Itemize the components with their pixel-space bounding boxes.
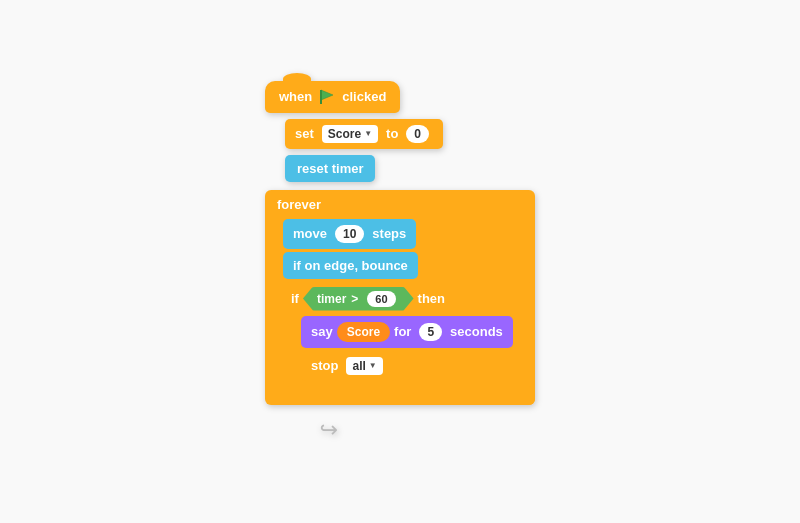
move-label: move xyxy=(293,226,327,241)
operator-label: > xyxy=(351,292,358,306)
clicked-label: clicked xyxy=(342,89,386,104)
reset-timer-block[interactable]: reset timer xyxy=(285,155,375,182)
steps-input[interactable]: 10 xyxy=(335,225,364,243)
set-label: set xyxy=(295,126,314,141)
for-label: for xyxy=(394,324,411,339)
timer-condition[interactable]: timer > 60 xyxy=(303,287,414,311)
steps-label: steps xyxy=(372,226,406,241)
score-badge: Score xyxy=(337,322,390,342)
reset-timer-label: reset timer xyxy=(297,161,363,176)
set-score-block[interactable]: set Score ▼ to 0 xyxy=(285,119,443,149)
stop-dropdown[interactable]: all ▼ xyxy=(346,357,382,375)
when-flag-block[interactable]: when clicked xyxy=(265,81,400,113)
timer-value[interactable]: 60 xyxy=(367,291,395,307)
seconds-label: seconds xyxy=(450,324,503,339)
stop-arrow-icon: ▼ xyxy=(369,361,377,370)
dropdown-arrow-icon: ▼ xyxy=(364,129,372,138)
timer-label: timer xyxy=(317,292,346,306)
svg-marker-0 xyxy=(321,90,333,100)
forever-label: forever xyxy=(265,190,535,219)
scratch-blocks-area: when clicked set Score ▼ to 0 reset time… xyxy=(245,61,555,463)
to-label: to xyxy=(386,126,398,141)
when-label: when xyxy=(279,89,312,104)
green-flag-icon xyxy=(318,88,336,106)
undo-arrow: ↩ xyxy=(320,417,338,443)
if-body: say Score for 5 seconds stop all xyxy=(301,316,535,381)
stop-label: stop xyxy=(311,358,338,373)
forever-block[interactable]: forever move 10 steps if on edge, bounce xyxy=(265,190,535,405)
seconds-input[interactable]: 5 xyxy=(419,323,442,341)
say-block[interactable]: say Score for 5 seconds xyxy=(301,316,535,348)
value-input[interactable]: 0 xyxy=(406,125,429,143)
stop-block[interactable]: stop all ▼ xyxy=(301,351,535,381)
move-block[interactable]: move 10 steps xyxy=(283,219,535,249)
if-timer-block[interactable]: if timer > 60 then say Score xyxy=(283,282,535,387)
say-label: say xyxy=(311,324,333,339)
if-header: if timer > 60 then xyxy=(283,282,535,316)
if-on-edge-label: if on edge, bounce xyxy=(293,258,408,273)
score-dropdown[interactable]: Score ▼ xyxy=(322,125,378,143)
if-on-edge-block[interactable]: if on edge, bounce xyxy=(283,252,535,279)
